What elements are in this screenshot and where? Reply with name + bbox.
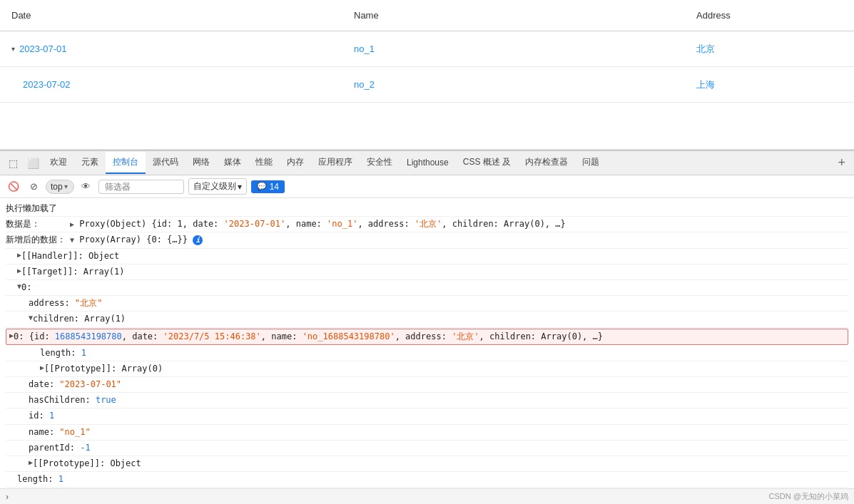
- tab-console[interactable]: 控制台: [106, 152, 146, 174]
- console-line-has-children: hasChildren: true: [6, 393, 848, 408]
- top-label: top: [51, 182, 63, 192]
- devtools-tab-bar: ⬚ ⬜ 欢迎 元素 控制台 源代码 网络 媒体 性能 内存 应用程序 安全性 L…: [0, 151, 854, 175]
- tab-media[interactable]: 媒体: [217, 152, 248, 174]
- console-toolbar: 🚫 ⊘ top ▾ 👁 自定义级别 ▾ 💬 14: [0, 175, 854, 198]
- console-filter-input[interactable]: [98, 180, 184, 194]
- inspect-element-icon[interactable]: ⬚: [3, 153, 23, 173]
- info-icon[interactable]: i: [193, 235, 203, 245]
- stop-icon[interactable]: ⊘: [26, 179, 41, 195]
- context-selector[interactable]: top ▾: [46, 180, 74, 194]
- tab-lighthouse[interactable]: Lighthouse: [400, 153, 456, 173]
- tab-memory-inspector[interactable]: 内存检查器: [518, 152, 575, 174]
- name-cell: no_1: [342, 35, 685, 63]
- tab-elements[interactable]: 元素: [74, 152, 106, 174]
- expand-proxy-array-icon[interactable]: ▼: [70, 236, 74, 244]
- eye-icon[interactable]: 👁: [78, 179, 94, 195]
- date-cell: ▾ 2023-07-01: [0, 35, 342, 63]
- tab-network[interactable]: 网络: [185, 152, 217, 174]
- level-dropdown-arrow: ▾: [238, 182, 242, 192]
- address-cell: 北京: [685, 34, 854, 64]
- console-line-date: date: "2023-07-01": [6, 377, 848, 393]
- message-count: 14: [270, 182, 279, 192]
- console-prompt-icon[interactable]: ›: [6, 492, 9, 502]
- watermark: CSDN @无知的小菜鸡: [769, 491, 848, 502]
- tab-application[interactable]: 应用程序: [311, 152, 360, 174]
- console-line-parent-id: parentId: -1: [6, 441, 848, 456]
- console-line-new-data: 新增后的数据： ▼ Proxy(Array) {0: {…}} i: [6, 232, 848, 248]
- console-line-name: name: "no_1": [6, 425, 848, 441]
- table-row: ▾ 2023-07-01 no_1 北京: [0, 31, 854, 67]
- tab-welcome[interactable]: 欢迎: [43, 152, 74, 174]
- expand-proxy-icon[interactable]: ▶: [70, 220, 74, 228]
- console-line-length: length: 1: [6, 346, 848, 361]
- date-value: 2023-07-01: [19, 43, 67, 54]
- expand-collapse-icon[interactable]: ▾: [11, 45, 15, 53]
- data-value: ▶ Proxy(Object) {id: 1, date: '2023-07-0…: [70, 217, 848, 231]
- more-tabs-button[interactable]: +: [832, 153, 851, 173]
- device-toolbar-icon[interactable]: ⬜: [23, 153, 43, 173]
- context-dropdown-arrow: ▾: [64, 182, 68, 190]
- level-label: 自定义级别: [193, 180, 236, 192]
- console-line-id: id: 1: [6, 408, 848, 424]
- name-cell-child: no_2: [342, 71, 685, 98]
- name-column-header: Name: [342, 7, 685, 24]
- chat-icon: 💬: [257, 182, 267, 191]
- table-row: 2023-07-02 no_2 上海: [0, 67, 854, 103]
- address-column-header: Address: [685, 7, 854, 24]
- tab-sources[interactable]: 源代码: [146, 152, 185, 174]
- bottom-bar: › CSDN @无知的小菜鸡: [0, 488, 854, 504]
- data-label: 数据是：: [6, 217, 70, 231]
- message-count-badge[interactable]: 💬 14: [251, 180, 285, 193]
- console-output: 执行懒加载了 数据是： ▶ Proxy(Object) {id: 1, date…: [0, 198, 854, 488]
- devtools-panel: ⬚ ⬜ 欢迎 元素 控制台 源代码 网络 媒体 性能 内存 应用程序 安全性 L…: [0, 150, 854, 504]
- table-header: Date Name Address: [0, 0, 854, 31]
- console-line-prototype-array: ▶ [[Prototype]]: Array(0): [6, 361, 848, 377]
- tab-css-overview[interactable]: CSS 概述 及: [456, 152, 518, 174]
- console-line-prototype-obj: ▶ [[Prototype]]: Object: [6, 456, 848, 472]
- tab-security[interactable]: 安全性: [360, 152, 400, 174]
- log-level-select[interactable]: 自定义级别 ▾: [188, 178, 247, 195]
- date-column-header: Date: [0, 7, 342, 24]
- tab-performance[interactable]: 性能: [248, 152, 280, 174]
- console-line-zero: ▼ 0:: [6, 280, 848, 296]
- lazy-load-text: 执行懒加载了: [6, 202, 848, 215]
- clear-console-button[interactable]: 🚫: [6, 179, 21, 195]
- date-value-child: 2023-07-02: [23, 79, 71, 90]
- console-line-handler: ▶ [[Handler]]: Object: [6, 249, 848, 264]
- console-line-data: 数据是： ▶ Proxy(Object) {id: 1, date: '2023…: [6, 217, 848, 232]
- tab-issues[interactable]: 问题: [575, 152, 606, 174]
- tab-memory[interactable]: 内存: [280, 152, 311, 174]
- new-data-value: ▼ Proxy(Array) {0: {…}} i: [70, 233, 848, 247]
- data-table: Date Name Address ▾ 2023-07-01 no_1 北京 2…: [0, 0, 854, 150]
- console-line-child-item: ▶ 0: {id: 1688543198780, date: '2023/7/5…: [6, 329, 848, 345]
- console-line-lazy: 执行懒加载了: [6, 201, 848, 217]
- new-data-label: 新增后的数据：: [6, 233, 70, 247]
- address-cell-child: 上海: [685, 70, 854, 100]
- date-cell-child: 2023-07-02: [0, 71, 342, 98]
- console-line-target: ▶ [[Target]]: Array(1): [6, 264, 848, 280]
- console-line-children: ▼ children: Array(1): [6, 312, 848, 327]
- console-line-length-1: length: 1: [6, 472, 848, 488]
- console-line-address: address: "北京": [6, 296, 848, 312]
